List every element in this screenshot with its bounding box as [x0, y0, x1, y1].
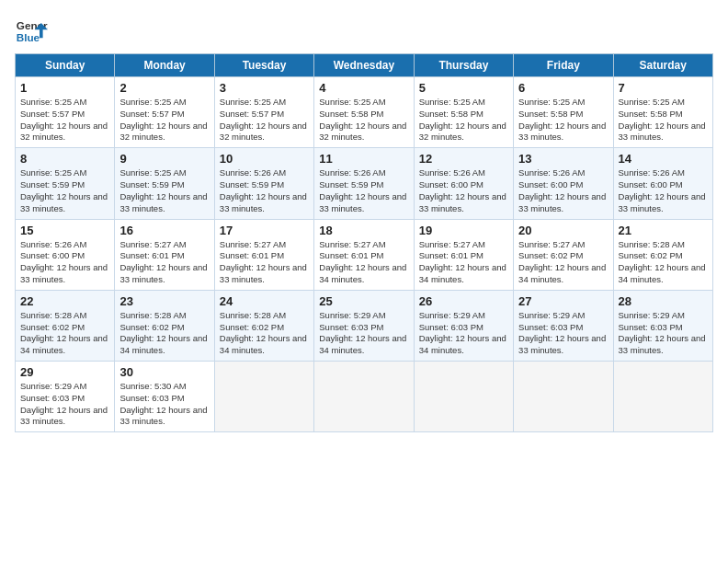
day-header-tuesday: Tuesday: [214, 54, 313, 77]
calendar-header-row: SundayMondayTuesdayWednesdayThursdayFrid…: [16, 54, 713, 77]
day-info: Sunrise: 5:27 AMSunset: 6:01 PMDaylight:…: [419, 239, 506, 284]
day-header-sunday: Sunday: [16, 54, 115, 77]
day-info: Sunrise: 5:25 AMSunset: 5:58 PMDaylight:…: [619, 97, 706, 142]
day-number: 8: [20, 152, 109, 166]
day-number: 5: [419, 81, 508, 95]
svg-text:Blue: Blue: [17, 31, 40, 43]
day-number: 25: [319, 294, 408, 308]
day-info: Sunrise: 5:26 AMSunset: 6:00 PMDaylight:…: [619, 167, 706, 213]
day-info: Sunrise: 5:25 AMSunset: 5:59 PMDaylight:…: [119, 167, 207, 213]
day-number: 17: [220, 224, 309, 237]
day-info: Sunrise: 5:26 AMSunset: 6:00 PMDaylight:…: [20, 239, 108, 284]
calendar-week-4: 22 Sunrise: 5:28 AMSunset: 6:02 PMDaylig…: [16, 290, 713, 361]
day-info: Sunrise: 5:25 AMSunset: 5:58 PMDaylight:…: [518, 97, 606, 142]
day-info: Sunrise: 5:28 AMSunset: 6:02 PMDaylight:…: [619, 239, 706, 284]
day-number: 11: [319, 152, 408, 166]
day-number: 22: [20, 294, 109, 308]
calendar-cell: [414, 362, 513, 432]
calendar-cell: 8 Sunrise: 5:25 AMSunset: 5:59 PMDayligh…: [16, 148, 115, 219]
day-info: Sunrise: 5:25 AMSunset: 5:57 PMDaylight:…: [220, 97, 307, 142]
day-info: Sunrise: 5:29 AMSunset: 6:03 PMDaylight:…: [419, 310, 506, 355]
calendar-cell: 18 Sunrise: 5:27 AMSunset: 6:01 PMDaylig…: [314, 219, 414, 290]
calendar-week-5: 29 Sunrise: 5:29 AMSunset: 6:03 PMDaylig…: [16, 362, 713, 432]
calendar-cell: 30 Sunrise: 5:30 AMSunset: 6:03 PMDaylig…: [115, 362, 214, 432]
day-info: Sunrise: 5:28 AMSunset: 6:02 PMDaylight:…: [220, 310, 307, 355]
day-number: 7: [619, 81, 708, 95]
calendar-cell: 10 Sunrise: 5:26 AMSunset: 5:59 PMDaylig…: [214, 148, 313, 219]
calendar-week-3: 15 Sunrise: 5:26 AMSunset: 6:00 PMDaylig…: [16, 219, 713, 290]
day-number: 9: [119, 152, 209, 166]
calendar-cell: 23 Sunrise: 5:28 AMSunset: 6:02 PMDaylig…: [115, 290, 214, 361]
day-info: Sunrise: 5:27 AMSunset: 6:01 PMDaylight:…: [220, 239, 307, 284]
day-number: 15: [20, 224, 109, 237]
day-number: 30: [119, 365, 209, 379]
day-info: Sunrise: 5:30 AMSunset: 6:03 PMDaylight:…: [119, 381, 207, 426]
calendar-table: SundayMondayTuesdayWednesdayThursdayFrid…: [15, 53, 713, 432]
calendar-cell: 19 Sunrise: 5:27 AMSunset: 6:01 PMDaylig…: [414, 219, 513, 290]
calendar-cell: 29 Sunrise: 5:29 AMSunset: 6:03 PMDaylig…: [16, 362, 115, 432]
day-number: 16: [119, 224, 209, 237]
day-info: Sunrise: 5:27 AMSunset: 6:02 PMDaylight:…: [518, 239, 606, 284]
calendar-cell: 4 Sunrise: 5:25 AMSunset: 5:58 PMDayligh…: [314, 77, 414, 148]
day-number: 13: [518, 152, 608, 166]
day-info: Sunrise: 5:29 AMSunset: 6:03 PMDaylight:…: [518, 310, 606, 355]
day-info: Sunrise: 5:25 AMSunset: 5:58 PMDaylight:…: [419, 97, 506, 142]
calendar-cell: 14 Sunrise: 5:26 AMSunset: 6:00 PMDaylig…: [613, 148, 712, 219]
day-info: Sunrise: 5:28 AMSunset: 6:02 PMDaylight:…: [119, 310, 207, 355]
calendar-cell: 3 Sunrise: 5:25 AMSunset: 5:57 PMDayligh…: [214, 77, 313, 148]
calendar-cell: 22 Sunrise: 5:28 AMSunset: 6:02 PMDaylig…: [16, 290, 115, 361]
day-number: 18: [319, 224, 408, 237]
calendar-cell: 24 Sunrise: 5:28 AMSunset: 6:02 PMDaylig…: [214, 290, 313, 361]
calendar-cell: [514, 362, 613, 432]
day-info: Sunrise: 5:29 AMSunset: 6:03 PMDaylight:…: [319, 310, 406, 355]
day-info: Sunrise: 5:26 AMSunset: 6:00 PMDaylight:…: [419, 167, 506, 213]
day-header-wednesday: Wednesday: [314, 54, 414, 77]
calendar-cell: [214, 362, 313, 432]
day-header-monday: Monday: [115, 54, 214, 77]
calendar-cell: 26 Sunrise: 5:29 AMSunset: 6:03 PMDaylig…: [414, 290, 513, 361]
calendar-cell: 13 Sunrise: 5:26 AMSunset: 6:00 PMDaylig…: [514, 148, 613, 219]
day-number: 27: [518, 294, 608, 308]
calendar-cell: 16 Sunrise: 5:27 AMSunset: 6:01 PMDaylig…: [115, 219, 214, 290]
day-header-friday: Friday: [514, 54, 613, 77]
day-info: Sunrise: 5:25 AMSunset: 5:58 PMDaylight:…: [319, 97, 406, 142]
day-number: 24: [220, 294, 309, 308]
day-number: 4: [319, 81, 408, 95]
day-info: Sunrise: 5:25 AMSunset: 5:59 PMDaylight:…: [20, 167, 108, 213]
calendar-cell: 5 Sunrise: 5:25 AMSunset: 5:58 PMDayligh…: [414, 77, 513, 148]
day-number: 2: [119, 81, 209, 95]
day-number: 1: [20, 81, 109, 95]
calendar-week-1: 1 Sunrise: 5:25 AMSunset: 5:57 PMDayligh…: [16, 77, 713, 148]
day-number: 21: [619, 224, 708, 237]
day-number: 20: [518, 224, 608, 237]
calendar-cell: 11 Sunrise: 5:26 AMSunset: 5:59 PMDaylig…: [314, 148, 414, 219]
calendar-body: 1 Sunrise: 5:25 AMSunset: 5:57 PMDayligh…: [16, 77, 713, 432]
calendar-cell: 2 Sunrise: 5:25 AMSunset: 5:57 PMDayligh…: [115, 77, 214, 148]
day-number: 28: [619, 294, 708, 308]
calendar-week-2: 8 Sunrise: 5:25 AMSunset: 5:59 PMDayligh…: [16, 148, 713, 219]
calendar-cell: [613, 362, 712, 432]
logo-icon: General Blue: [15, 15, 48, 48]
day-header-saturday: Saturday: [613, 54, 712, 77]
day-info: Sunrise: 5:27 AMSunset: 6:01 PMDaylight:…: [319, 239, 406, 284]
day-info: Sunrise: 5:29 AMSunset: 6:03 PMDaylight:…: [20, 381, 108, 426]
calendar-cell: 9 Sunrise: 5:25 AMSunset: 5:59 PMDayligh…: [115, 148, 214, 219]
day-number: 14: [619, 152, 708, 166]
calendar-cell: 6 Sunrise: 5:25 AMSunset: 5:58 PMDayligh…: [514, 77, 613, 148]
day-info: Sunrise: 5:29 AMSunset: 6:03 PMDaylight:…: [619, 310, 706, 355]
calendar-cell: 15 Sunrise: 5:26 AMSunset: 6:00 PMDaylig…: [16, 219, 115, 290]
day-number: 10: [220, 152, 309, 166]
calendar-cell: 27 Sunrise: 5:29 AMSunset: 6:03 PMDaylig…: [514, 290, 613, 361]
page-header: General Blue: [15, 15, 713, 48]
calendar-cell: 1 Sunrise: 5:25 AMSunset: 5:57 PMDayligh…: [16, 77, 115, 148]
calendar-cell: 17 Sunrise: 5:27 AMSunset: 6:01 PMDaylig…: [214, 219, 313, 290]
day-info: Sunrise: 5:26 AMSunset: 6:00 PMDaylight:…: [518, 167, 606, 213]
day-info: Sunrise: 5:28 AMSunset: 6:02 PMDaylight:…: [20, 310, 108, 355]
day-number: 23: [119, 294, 209, 308]
calendar-cell: 28 Sunrise: 5:29 AMSunset: 6:03 PMDaylig…: [613, 290, 712, 361]
day-number: 29: [20, 365, 109, 379]
calendar-cell: 12 Sunrise: 5:26 AMSunset: 6:00 PMDaylig…: [414, 148, 513, 219]
day-info: Sunrise: 5:25 AMSunset: 5:57 PMDaylight:…: [20, 97, 108, 142]
day-number: 6: [518, 81, 608, 95]
day-header-thursday: Thursday: [414, 54, 513, 77]
